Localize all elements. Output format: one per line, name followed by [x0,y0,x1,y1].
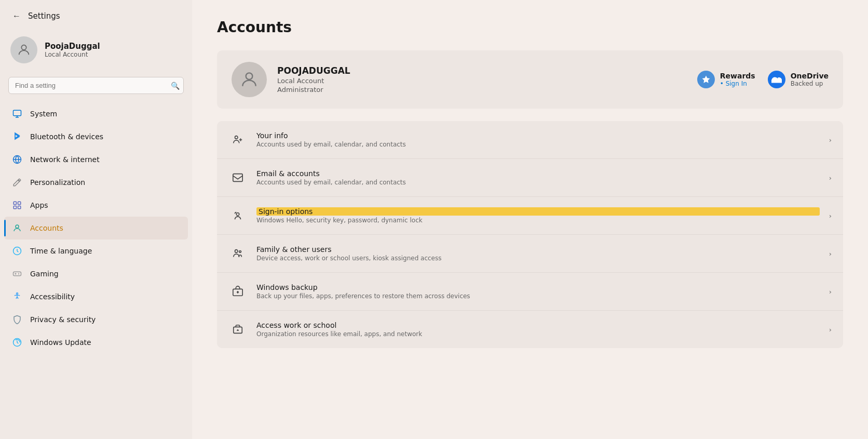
backup-label: Windows backup [256,283,820,291]
settings-item-backup[interactable]: Windows backup Back up your files, apps,… [217,273,843,311]
app-title: Settings [28,11,60,21]
svg-point-17 [239,251,241,253]
sidebar-item-update[interactable]: Windows Update [4,331,188,354]
svg-rect-4 [13,206,16,209]
svg-point-11 [246,73,253,79]
accessibility-icon [11,291,23,302]
update-icon [11,337,23,348]
sidebar-label-network: Network & internet [30,155,100,164]
search-icon[interactable]: 🔍 [171,82,180,90]
sidebar-item-network[interactable]: Network & internet [4,148,188,171]
sidebar-label-accounts: Accounts [30,224,63,232]
main-content: Accounts POOJADUGGAL Local Account Admin… [192,0,868,439]
apps-icon [11,199,23,211]
email-icon [228,168,247,187]
bluetooth-icon [11,131,23,142]
rewards-label: Rewards [720,72,755,80]
onedrive-icon [768,71,785,88]
backup-chevron: › [829,288,832,296]
nav-list: System Bluetooth & devices Network & int… [0,100,192,356]
sidebar-account-type: Local Account [45,51,100,58]
search-input[interactable] [8,77,184,94]
settings-item-email[interactable]: Email & accounts Accounts used by email,… [217,159,843,197]
sidebar-label-accessibility: Accessibility [30,292,75,301]
sidebar-item-system[interactable]: System [4,102,188,125]
family-icon [228,244,247,263]
signin-label: Sign-in options [256,207,820,216]
svg-rect-5 [18,206,21,209]
rewards-sublabel: • Sign In [720,80,755,87]
sidebar-label-apps: Apps [30,201,48,209]
rewards-text: Rewards • Sign In [720,72,755,87]
sidebar-label-time: Time & language [30,247,92,255]
your-info-text: Your info Accounts used by email, calend… [256,131,820,148]
system-icon [11,108,23,119]
work-label: Access work or school [256,321,820,329]
user-card-avatar [232,62,267,97]
work-icon [228,320,247,339]
svg-rect-8 [13,272,21,276]
settings-item-your-info[interactable]: Your info Accounts used by email, calend… [217,121,843,159]
sidebar-label-update: Windows Update [30,338,91,347]
page-title: Accounts [217,19,843,36]
your-info-label: Your info [256,131,820,140]
sidebar-item-accounts[interactable]: Accounts [4,217,188,240]
svg-point-13 [235,136,238,139]
svg-point-15 [236,213,239,216]
settings-list: Your info Accounts used by email, calend… [217,121,843,348]
sidebar-user-info: PoojaDuggal Local Account [45,42,100,58]
family-chevron: › [829,250,832,258]
network-icon [11,154,23,165]
user-card-account-line2: Administrator [277,86,687,94]
signin-chevron: › [829,212,832,220]
sidebar-item-gaming[interactable]: Gaming [4,262,188,285]
rewards-action[interactable]: Rewards • Sign In [697,71,755,88]
email-desc: Accounts used by email, calendar, and co… [256,179,820,186]
email-text: Email & accounts Accounts used by email,… [256,169,820,186]
user-card-account-line1: Local Account [277,77,687,85]
back-button[interactable]: ← [10,9,23,23]
family-text: Family & other users Device access, work… [256,245,820,262]
work-chevron: › [829,326,832,334]
sidebar-label-personalization: Personalization [30,178,85,187]
user-card-name: POOJADUGGAL [277,65,687,76]
backup-desc: Back up your files, apps, preferences to… [256,292,820,300]
sidebar-item-time[interactable]: Time & language [4,240,188,262]
sidebar-label-system: System [30,110,57,118]
sidebar-item-bluetooth[interactable]: Bluetooth & devices [4,125,188,148]
sidebar-label-gaming: Gaming [30,270,59,278]
your-info-icon [228,130,247,149]
svg-point-0 [21,45,26,50]
svg-point-16 [235,250,238,253]
svg-marker-12 [702,76,710,83]
your-info-desc: Accounts used by email, calendar, and co… [256,141,820,148]
onedrive-action[interactable]: OneDrive Backed up [768,71,829,88]
settings-item-family[interactable]: Family & other users Device access, work… [217,235,843,273]
user-card-actions: Rewards • Sign In OneDrive Backed up [697,71,829,88]
sidebar-item-personalization[interactable]: Personalization [4,171,188,194]
search-box: 🔍 [8,77,184,94]
sidebar-item-apps[interactable]: Apps [4,194,188,217]
svg-rect-1 [13,110,21,116]
sidebar-user-profile: PoojaDuggal Local Account [0,28,192,73]
rewards-icon [697,71,715,88]
svg-rect-14 [233,174,242,182]
accounts-icon [11,222,23,234]
svg-rect-2 [13,202,16,204]
sidebar: ← Settings PoojaDuggal Local Account 🔍 S… [0,0,192,439]
settings-item-work[interactable]: Access work or school Organization resou… [217,311,843,348]
sidebar-item-privacy[interactable]: Privacy & security [4,308,188,331]
user-card-info: POOJADUGGAL Local Account Administrator [277,65,687,94]
family-label: Family & other users [256,245,820,254]
sidebar-avatar [10,36,37,63]
signin-icon [228,206,247,225]
sidebar-username: PoojaDuggal [45,42,100,51]
signin-desc: Windows Hello, security key, password, d… [256,217,820,224]
work-text: Access work or school Organization resou… [256,321,820,338]
email-chevron: › [829,174,832,182]
onedrive-label: OneDrive [791,72,829,80]
svg-point-9 [17,293,18,295]
sidebar-item-accessibility[interactable]: Accessibility [4,285,188,308]
privacy-icon [11,314,23,325]
settings-item-signin[interactable]: Sign-in options Windows Hello, security … [217,197,843,235]
